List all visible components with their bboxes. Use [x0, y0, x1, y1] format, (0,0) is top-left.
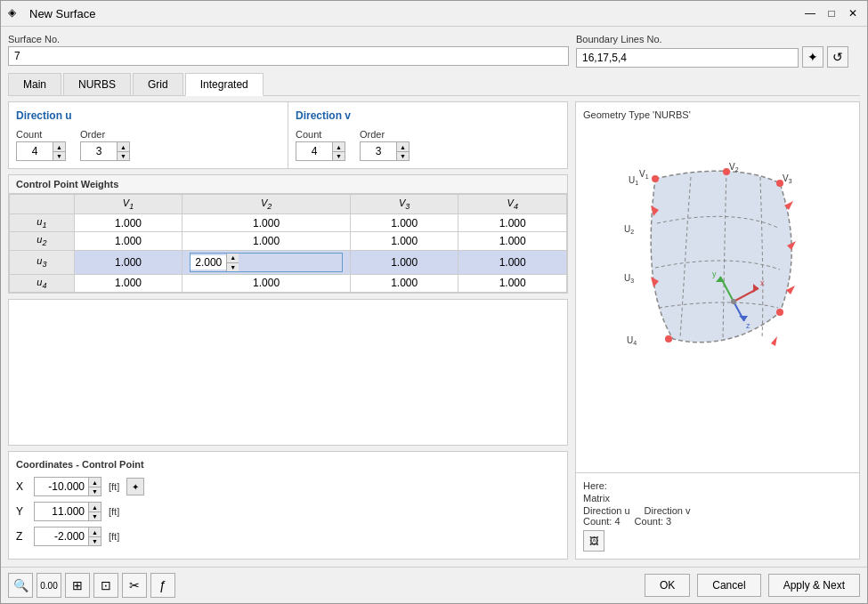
weights-header-v4: V4 — [458, 195, 567, 214]
info-direction-v-label: Direction v — [645, 505, 691, 516]
direction-u-order-input[interactable] — [81, 143, 117, 159]
tab-main[interactable]: Main — [8, 73, 61, 95]
direction-v-count-input[interactable] — [296, 143, 332, 159]
direction-v-count-label: Count — [296, 129, 345, 140]
tab-nurbs[interactable]: NURBS — [63, 73, 131, 95]
direction-u-count-spinner: ▲ ▼ — [16, 141, 66, 161]
label-u4: U4 — [627, 335, 637, 346]
coord-x-input[interactable] — [35, 479, 88, 495]
control-weights-title: Control Point Weights — [9, 175, 567, 194]
info-image-icon[interactable]: 🖼 — [583, 530, 604, 552]
coord-x-pick-icon[interactable]: ✦ — [126, 478, 144, 495]
weights-header-v2: V2 — [183, 195, 351, 214]
weights-table: V1 V2 V3 V4 u1 1.000 1.000 1.000 — [9, 194, 567, 293]
cell-u2-v3: 1.000 — [350, 232, 458, 250]
cell-u4-v3: 1.000 — [350, 274, 458, 292]
direction-v-count-up[interactable]: ▲ — [332, 142, 345, 151]
right-panel: Geometry Type 'NURBS' — [575, 101, 860, 560]
direction-u-count-up[interactable]: ▲ — [53, 142, 65, 151]
coord-y-unit: [ft] — [109, 506, 119, 517]
toolbar-delete-button[interactable]: ✂ — [122, 573, 147, 598]
direction-u-order-field: Order ▲ ▼ — [80, 129, 130, 161]
coord-z-up[interactable]: ▲ — [88, 527, 101, 536]
direction-v-count-down[interactable]: ▼ — [332, 151, 345, 160]
coord-x-label: X — [16, 480, 27, 493]
direction-u-order-up[interactable]: ▲ — [117, 142, 129, 151]
tab-grid[interactable]: Grid — [133, 73, 183, 95]
direction-v-order-input[interactable] — [361, 143, 396, 159]
coord-z-down[interactable]: ▼ — [88, 536, 101, 545]
cell-u2-v1: 1.000 — [74, 232, 183, 250]
coord-y-down[interactable]: ▼ — [88, 511, 101, 520]
info-here: Here: — [583, 480, 852, 491]
tab-integrated[interactable]: Integrated — [185, 73, 264, 96]
boundary-group: Boundary Lines No. ✦ ↺ — [576, 34, 848, 68]
direction-v-box: Direction v Count ▲ ▼ — [288, 101, 568, 169]
row-u2-header: u2 — [10, 232, 75, 250]
boundary-reset-button[interactable]: ↺ — [827, 46, 848, 68]
toolbar-zero-button[interactable]: 0.00 — [37, 573, 61, 598]
boundary-select-button[interactable]: ✦ — [802, 46, 823, 68]
cell-u3-v2-up[interactable]: ▲ — [226, 254, 239, 262]
info-direction-u-label: Direction u — [583, 505, 630, 516]
cell-u1-v3: 1.000 — [350, 214, 458, 232]
cell-u3-v2-input[interactable] — [191, 255, 226, 270]
direction-u-count-input[interactable] — [17, 143, 53, 159]
main-content: Surface No. Boundary Lines No. ✦ ↺ Main … — [1, 27, 867, 567]
origin-point — [731, 299, 736, 304]
direction-v-count-field: Count ▲ ▼ — [296, 129, 345, 161]
toolbar-left: 🔍 0.00 ⊞ ⊡ ✂ ƒ — [8, 573, 175, 598]
direction-u-order-spinner: ▲ ▼ — [80, 141, 130, 161]
point-u4-left — [665, 335, 672, 342]
boundary-input[interactable] — [576, 48, 799, 68]
coord-y-spinners: ▲ ▼ — [88, 503, 101, 520]
cancel-button[interactable]: Cancel — [697, 574, 760, 597]
info-matrix: Matrix — [583, 493, 852, 503]
geometry-area: Geometry Type 'NURBS' — [576, 102, 859, 472]
axis-z-label: z — [746, 321, 750, 330]
nurbs-canvas: V1 V2 V3 U1 U2 U3 U4 — [583, 124, 852, 465]
direction-u-count-label: Count — [16, 129, 66, 140]
label-u3: U3 — [624, 273, 634, 284]
toolbar-table-button[interactable]: ⊡ — [93, 573, 118, 598]
coord-y-input[interactable] — [35, 503, 88, 519]
point-u4-right — [776, 309, 783, 316]
direction-v-order-up[interactable]: ▲ — [396, 142, 409, 151]
coord-x-up[interactable]: ▲ — [88, 478, 101, 487]
ok-button[interactable]: OK — [645, 574, 690, 597]
direction-u-count-spinner-btns: ▲ ▼ — [53, 142, 65, 160]
direction-u-count-down[interactable]: ▼ — [53, 151, 65, 160]
info-counts-row: Count: 4 Count: 3 — [583, 516, 852, 527]
coord-y-up[interactable]: ▲ — [88, 503, 101, 511]
directions-row: Direction u Count ▲ ▼ — [8, 101, 568, 169]
control-weights-section: Control Point Weights V1 V2 V3 V4 — [8, 174, 568, 294]
toolbar-grid-button[interactable]: ⊞ — [65, 573, 90, 598]
content-area: Direction u Count ▲ ▼ — [8, 101, 860, 560]
coord-x-row: X ▲ ▼ [ft] ✦ — [16, 477, 560, 496]
coord-z-input[interactable] — [35, 528, 88, 544]
axis-y-label: y — [712, 270, 717, 278]
cell-u3-v2[interactable]: ▲ ▼ — [183, 250, 351, 274]
surface-no-input[interactable] — [8, 46, 569, 66]
coord-x-down[interactable]: ▼ — [88, 487, 101, 495]
table-row-highlighted: u3 1.000 ▲ ▼ — [10, 250, 567, 274]
toolbar-function-button[interactable]: ƒ — [150, 573, 175, 598]
close-button[interactable]: ✕ — [846, 6, 860, 20]
cell-u3-v2-down[interactable]: ▼ — [226, 262, 239, 271]
direction-v-count-spinner: ▲ ▼ — [296, 141, 345, 161]
editable-cell-u3-v2[interactable]: ▲ ▼ — [190, 253, 343, 272]
table-row: u1 1.000 1.000 1.000 1.000 — [10, 214, 567, 232]
bottom-toolbar: 🔍 0.00 ⊞ ⊡ ✂ ƒ OK Cancel Apply & Next — [1, 567, 867, 603]
direction-v-order-spinner: ▲ ▼ — [360, 141, 410, 161]
coord-x-spinner: ▲ ▼ — [34, 477, 101, 496]
cell-u1-v1: 1.000 — [74, 214, 183, 232]
toolbar-search-button[interactable]: 🔍 — [8, 573, 33, 598]
minimize-button[interactable]: — — [803, 6, 817, 20]
direction-u-order-down[interactable]: ▼ — [117, 151, 129, 160]
weights-header-v3: V3 — [350, 195, 458, 214]
coord-z-spinner: ▲ ▼ — [34, 527, 101, 546]
apply-next-button[interactable]: Apply & Next — [768, 574, 860, 597]
weights-header-empty — [10, 195, 75, 214]
maximize-button[interactable]: □ — [824, 6, 839, 20]
direction-v-order-down[interactable]: ▼ — [396, 151, 409, 160]
